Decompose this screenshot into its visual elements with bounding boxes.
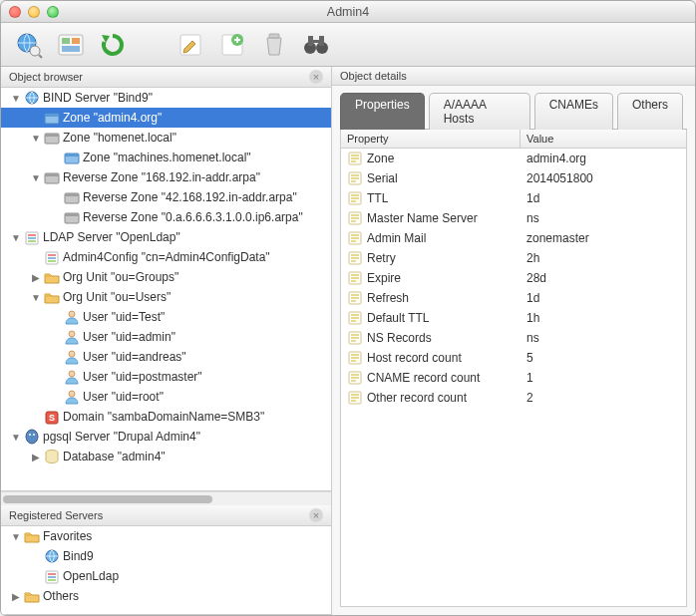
- tree-user-admin[interactable]: User "uid=admin": [1, 327, 331, 347]
- tree-item-label: Database "admin4": [63, 450, 166, 463]
- close-panel-icon[interactable]: ×: [309, 508, 323, 522]
- svg-rect-67: [351, 197, 359, 199]
- registered-servers-tree[interactable]: ▼FavoritesBind9OpenLdap▶Others: [1, 526, 331, 615]
- property-row[interactable]: Zoneadmin4.org: [341, 149, 686, 168]
- svg-rect-14: [319, 36, 324, 46]
- tree-item-label: Zone "admin4.org": [63, 111, 162, 125]
- binoculars-button[interactable]: [298, 29, 334, 61]
- property-row[interactable]: Serial2014051800: [341, 168, 686, 188]
- property-icon: [347, 151, 363, 166]
- svg-rect-68: [351, 200, 356, 202]
- trash-button[interactable]: [256, 29, 292, 61]
- tree-revzone-42[interactable]: Reverse Zone "42.168.192.in-addr.arpa": [1, 187, 331, 207]
- disclosure-right-icon[interactable]: ▶: [11, 591, 21, 602]
- property-row[interactable]: Expire28d: [341, 268, 686, 288]
- tree-database-admin4[interactable]: ▶Database "admin4": [1, 447, 331, 466]
- tree-item-label: Zone "machines.homenet.local": [83, 151, 251, 164]
- zone-icon: [44, 110, 60, 126]
- svg-rect-4: [62, 38, 70, 44]
- db-icon: [44, 449, 60, 464]
- edit-button[interactable]: [173, 29, 208, 61]
- svg-point-1: [30, 46, 40, 56]
- object-browser-tree[interactable]: ▼BIND Server "Bind9"Zone "admin4.org"▼Zo…: [1, 88, 331, 491]
- property-row[interactable]: Other record count2: [341, 388, 686, 408]
- disclosure-down-icon[interactable]: ▼: [11, 93, 21, 104]
- horizontal-scrollbar[interactable]: [1, 491, 331, 505]
- disclosure-down-icon[interactable]: ▼: [31, 172, 41, 183]
- svg-rect-72: [351, 220, 356, 222]
- svg-point-39: [69, 311, 75, 317]
- registered-servers-header: Registered Servers ×: [1, 505, 331, 526]
- tab-others[interactable]: Others: [617, 93, 683, 130]
- tree-item-label: Zone "homenet.local": [63, 131, 176, 145]
- tab-properties[interactable]: Properties: [340, 93, 425, 130]
- tree-pgsql-server[interactable]: ▼pgsql Server "Drupal Admin4": [1, 427, 331, 447]
- svg-rect-78: [351, 254, 359, 256]
- property-row[interactable]: CNAME record count1: [341, 368, 686, 388]
- property-icon: [347, 370, 363, 386]
- reg-openldap[interactable]: OpenLdap: [1, 566, 331, 586]
- tree-ou-users[interactable]: ▼Org Unit "ou=Users": [1, 287, 331, 307]
- reg-others[interactable]: ▶Others: [1, 586, 331, 606]
- tree-zone-homenet[interactable]: ▼Zone "homenet.local": [1, 128, 331, 148]
- svg-rect-53: [48, 573, 56, 575]
- tree-ldap-server[interactable]: ▼LDAP Server "OpenLdap": [1, 227, 331, 247]
- globe-search-button[interactable]: [11, 29, 47, 61]
- tree-item-label: Favorites: [43, 529, 92, 543]
- dashboard-button[interactable]: [53, 29, 89, 61]
- property-icon: [347, 170, 363, 186]
- svg-text:S: S: [49, 413, 55, 423]
- reg-favorites[interactable]: ▼Favorites: [1, 526, 331, 546]
- tree-revzone-168[interactable]: ▼Reverse Zone "168.192.in-addr.arpa": [1, 167, 331, 187]
- tree-user-root[interactable]: User "uid=root": [1, 387, 331, 407]
- disclosure-down-icon[interactable]: ▼: [11, 531, 21, 542]
- svg-rect-50: [25, 533, 31, 536]
- disclosure-down-icon[interactable]: ▼: [31, 133, 41, 144]
- tree-item-label: Domain "sambaDomainName=SMB3": [63, 410, 264, 424]
- tree-admin4config[interactable]: Admin4Config "cn=Admin4ConfigData": [1, 247, 331, 267]
- bind-icon: [44, 548, 60, 564]
- refresh-button[interactable]: [95, 29, 131, 61]
- user-icon: [64, 369, 80, 385]
- tree-zone-admin4[interactable]: Zone "admin4.org": [1, 108, 331, 128]
- disclosure-right-icon[interactable]: ▶: [31, 272, 41, 283]
- property-row[interactable]: NS Recordsns: [341, 328, 686, 348]
- property-row[interactable]: Refresh1d: [341, 288, 686, 308]
- tab-cnames[interactable]: CNAMEs: [534, 93, 613, 130]
- svg-point-42: [69, 371, 75, 377]
- tree-user-andreas[interactable]: User "uid=andreas": [1, 347, 331, 367]
- disclosure-down-icon[interactable]: ▼: [31, 292, 41, 303]
- tree-ou-groups[interactable]: ▶Org Unit "ou=Groups": [1, 267, 331, 287]
- disclosure-right-icon[interactable]: ▶: [31, 452, 41, 462]
- property-row[interactable]: Host record count5: [341, 348, 686, 368]
- property-row[interactable]: Admin Mailzonemaster: [341, 228, 686, 248]
- bind-icon: [24, 90, 40, 106]
- reg-bind9[interactable]: Bind9: [1, 546, 331, 566]
- disclosure-down-icon[interactable]: ▼: [11, 432, 21, 443]
- folder-icon: [24, 528, 40, 544]
- svg-rect-66: [351, 194, 359, 196]
- window-title: Admin4: [1, 5, 695, 19]
- col-property[interactable]: Property: [341, 130, 521, 148]
- property-row[interactable]: Master Name Serverns: [341, 208, 686, 228]
- tree-revzone-ip6[interactable]: Reverse Zone "0.a.6.6.6.3.1.0.0.ip6.arpa…: [1, 207, 331, 227]
- property-row[interactable]: TTL1d: [341, 188, 686, 208]
- svg-rect-96: [351, 340, 356, 342]
- tree-user-postmaster[interactable]: User "uid=postmaster": [1, 367, 331, 387]
- scrollbar-thumb[interactable]: [3, 495, 212, 503]
- close-panel-icon[interactable]: ×: [309, 70, 323, 84]
- tree-bind-server[interactable]: ▼BIND Server "Bind9": [1, 88, 331, 108]
- property-value: admin4.org: [521, 152, 686, 165]
- disclosure-down-icon[interactable]: ▼: [11, 232, 21, 243]
- add-button[interactable]: [214, 29, 250, 61]
- tab-a-aaaa-hosts[interactable]: A/AAAA Hosts: [429, 93, 530, 130]
- tree-user-test[interactable]: User "uid=Test": [1, 307, 331, 327]
- tree-samba-domain[interactable]: SDomain "sambaDomainName=SMB3": [1, 407, 331, 427]
- tree-zone-machines[interactable]: Zone "machines.homenet.local": [1, 148, 331, 167]
- col-value[interactable]: Value: [521, 130, 686, 148]
- property-row[interactable]: Retry2h: [341, 248, 686, 268]
- property-row[interactable]: Default TTL1h: [341, 308, 686, 328]
- svg-rect-62: [351, 174, 359, 176]
- svg-rect-88: [351, 300, 356, 302]
- zone-icon: [64, 150, 80, 165]
